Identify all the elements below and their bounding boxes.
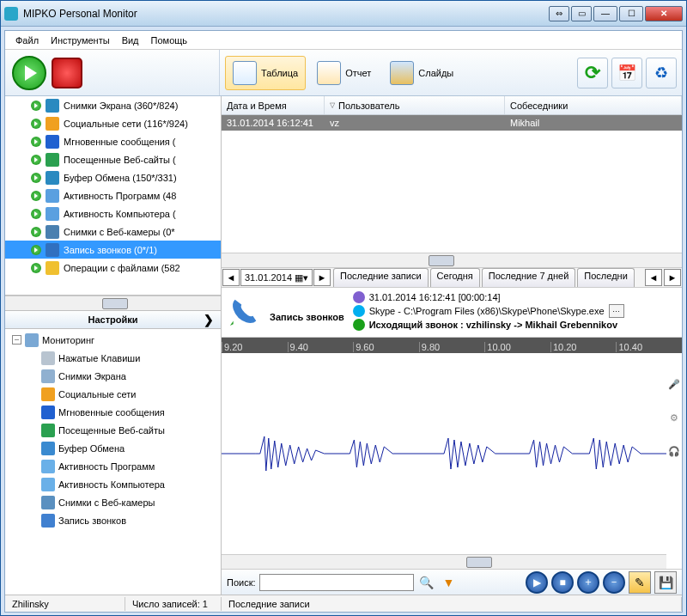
category-icon [46, 189, 59, 203]
category-label: Буфер Обмена (150*/331) [64, 173, 177, 183]
search-bar: Поиск: 🔍 ▼ ▶ ■ ＋ － ✎ 💾 [222, 569, 682, 595]
details-header: Запись звонков 31.01.2014 16:12:41 [00:0… [222, 288, 682, 338]
menu-view[interactable]: Вид [117, 34, 144, 47]
view-table-button[interactable]: Таблица [225, 56, 306, 90]
category-item[interactable]: Мгновенные сообщения ( [5, 132, 221, 150]
menubar: Файл Инструменты Вид Помощь [5, 31, 682, 50]
wave-hscroll[interactable] [222, 554, 666, 569]
extra-window-button[interactable]: ⇔ [549, 6, 569, 21]
settings-item-icon [41, 369, 55, 383]
details-title: Запись звонков [270, 312, 344, 333]
category-item[interactable]: Операции с файлами (582 [5, 259, 221, 277]
filter-icon[interactable]: ▼ [440, 573, 459, 592]
grid-row[interactable]: 31.01.2014 16:12:41 vz Mikhail [222, 115, 682, 131]
category-icon [46, 171, 59, 185]
chevron-down-icon: ❯ [204, 313, 214, 326]
play-indicator-icon [31, 155, 41, 165]
date-range-tab[interactable]: Последние 7 дней [482, 268, 576, 287]
tab-next-button[interactable]: ► [664, 269, 681, 286]
zoom-out-button[interactable]: － [603, 571, 625, 594]
recycle-button[interactable]: ♻ [646, 58, 677, 88]
headphones-icon[interactable]: 🎧 [668, 446, 680, 457]
waveform-area[interactable]: 9.209.409.609.8010.0010.2010.40 🎤 ⚙ 🎧 [222, 338, 682, 569]
category-hscroll[interactable] [5, 296, 221, 310]
calendar-button[interactable]: 📅 [611, 58, 642, 88]
settings-tree[interactable]: – Мониторинг Нажатые КлавишиСнимки Экран… [5, 329, 221, 595]
category-list[interactable]: Снимки Экрана (360*/824)Социальные сети … [5, 96, 221, 296]
close-button[interactable]: ✕ [645, 6, 683, 21]
settings-item[interactable]: Активность Программ [5, 457, 221, 475]
menu-tools[interactable]: Инструменты [46, 34, 115, 47]
settings-item[interactable]: Активность Компьютера [5, 475, 221, 493]
category-item[interactable]: Запись звонков (0*/1) [5, 241, 221, 259]
category-item[interactable]: Активность Программ (48 [5, 186, 221, 204]
settings-item-label: Снимки с Веб-камеры [58, 497, 155, 508]
collapse-icon[interactable]: – [12, 335, 21, 345]
waveform [222, 428, 666, 479]
browse-button[interactable]: … [609, 304, 624, 318]
settings-item[interactable]: Буфер Обмена [5, 439, 221, 457]
extra-window-button-2[interactable]: ▭ [571, 6, 592, 21]
tree-root-label: Мониторинг [42, 335, 94, 345]
refresh-button[interactable]: ⟳ [577, 58, 608, 88]
start-button[interactable] [12, 56, 46, 90]
stop-audio-button[interactable]: ■ [551, 571, 574, 594]
settings-item-icon [41, 496, 55, 509]
ruler-tick: 9.40 [288, 342, 354, 352]
settings-item[interactable]: Снимки с Веб-камеры [5, 493, 221, 511]
minimize-button[interactable]: — [593, 6, 617, 21]
category-item[interactable]: Активность Компьютера ( [5, 204, 221, 223]
category-item[interactable]: Снимки Экрана (360*/824) [5, 96, 221, 114]
settings-item[interactable]: Нажатые Клавиши [5, 349, 221, 367]
search-input[interactable] [259, 574, 414, 591]
next-date-button[interactable]: ► [313, 269, 331, 286]
grid-body[interactable]: 31.01.2014 16:12:41 vz Mikhail [222, 115, 682, 253]
settings-item[interactable]: Снимки Экрана [5, 367, 221, 385]
settings-item-icon [41, 406, 55, 419]
col-peers[interactable]: Собеседники [505, 96, 682, 114]
skype-icon [353, 305, 365, 317]
date-range-tab[interactable]: Последние записи [333, 268, 429, 287]
status-count: Число записей: 1 [125, 597, 222, 611]
details-call: Исходящий звонок : vzhilinsky -> Mikhail… [369, 320, 617, 330]
view-slides-button[interactable]: Слайды [382, 56, 461, 90]
ruler-tick: 10.00 [484, 342, 550, 352]
calendar-dropdown-icon[interactable]: ▦▾ [295, 272, 308, 284]
settings-title: Настройки [88, 314, 137, 325]
date-picker[interactable]: 31.01.2014 ▦▾ [240, 269, 313, 286]
edit-button[interactable]: ✎ [629, 571, 651, 594]
maximize-button[interactable]: ☐ [619, 6, 643, 21]
date-range-tab[interactable]: Последни [577, 268, 634, 287]
settings-item[interactable]: Посещенные Веб-сайты [5, 421, 221, 439]
cell-datetime: 31.01.2014 16:12:41 [222, 117, 325, 129]
col-datetime[interactable]: Дата и Время [222, 96, 325, 114]
stop-button[interactable] [52, 58, 82, 88]
grid-hscroll[interactable] [222, 253, 682, 267]
category-label: Мгновенные сообщения ( [64, 137, 176, 147]
settings-header[interactable]: Настройки ❯ [5, 310, 221, 329]
settings-item[interactable]: Мгновенные сообщения [5, 403, 221, 421]
col-user[interactable]: ▽Пользователь [325, 96, 505, 114]
settings-item[interactable]: Социальные сети [5, 385, 221, 403]
save-button[interactable]: 💾 [654, 571, 677, 594]
settings-item[interactable]: Запись звонков [5, 511, 221, 529]
view-report-button[interactable]: Отчет [309, 56, 379, 90]
zoom-in-button[interactable]: ＋ [577, 571, 599, 594]
category-item[interactable]: Снимки с Веб-камеры (0* [5, 223, 221, 241]
category-item[interactable]: Посещенные Веб-сайты ( [5, 150, 221, 168]
tree-root-monitoring[interactable]: – Мониторинг [5, 331, 221, 349]
gear-icon[interactable]: ⚙ [670, 412, 678, 424]
play-indicator-icon [31, 173, 41, 183]
category-item[interactable]: Социальные сети (116*/924) [5, 114, 221, 132]
play-audio-button[interactable]: ▶ [526, 571, 548, 594]
category-item[interactable]: Буфер Обмена (150*/331) [5, 168, 221, 186]
tab-prev-button[interactable]: ◄ [645, 269, 662, 286]
prev-date-button[interactable]: ◄ [222, 269, 240, 286]
search-label: Поиск: [227, 577, 256, 588]
menu-help[interactable]: Помощь [146, 34, 193, 47]
mic-icon[interactable]: 🎤 [668, 379, 680, 390]
date-range-tab[interactable]: Сегодня [430, 268, 480, 287]
settings-item-icon [41, 351, 55, 365]
menu-file[interactable]: Файл [10, 34, 44, 47]
search-icon[interactable]: 🔍 [417, 573, 436, 592]
